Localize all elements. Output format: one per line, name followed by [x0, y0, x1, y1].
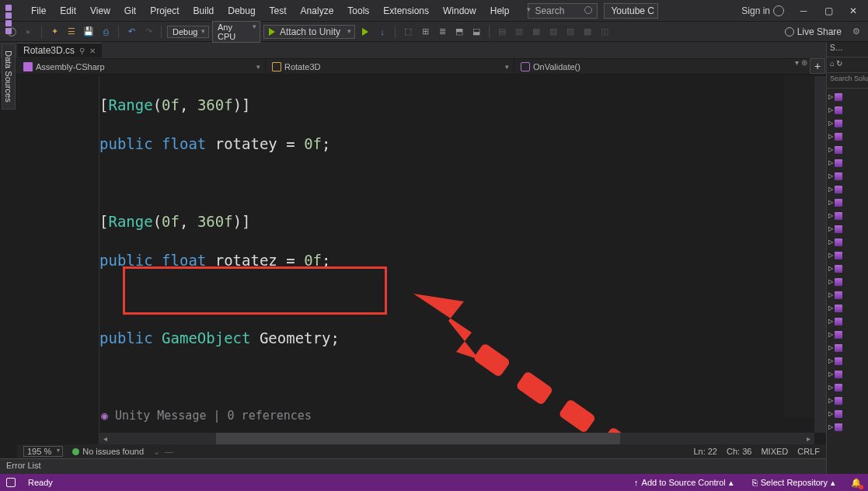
tb-icon-3[interactable]: ≣	[435, 25, 449, 39]
search-box[interactable]: Search	[528, 3, 598, 19]
side-tab-data-sources[interactable]: Data Sources	[2, 44, 16, 110]
menu-edit[interactable]: Edit	[54, 3, 82, 19]
tree-row[interactable]: ▷	[827, 367, 868, 381]
redo-icon[interactable]: ↷	[141, 25, 155, 39]
tb-icon-8[interactable]: ▦	[529, 25, 543, 39]
close-tab-icon[interactable]: ✕	[89, 47, 96, 55]
char-indicator[interactable]: Ch: 36	[727, 447, 751, 456]
open-file-icon[interactable]: ☰	[64, 25, 78, 39]
start-without-debug-icon[interactable]	[358, 25, 372, 39]
tree-row[interactable]: ▷	[827, 275, 868, 288]
tb-icon-1[interactable]: ⬚	[401, 25, 415, 39]
code-editor[interactable]: [Range(0f, 360f)] public float rotatey =…	[17, 76, 826, 444]
youtube-box[interactable]: Youtube C	[604, 3, 658, 19]
nav-method-combo[interactable]: OnValidate()	[514, 59, 868, 74]
lineending-indicator[interactable]: CRLF	[797, 447, 820, 456]
nav-project-combo[interactable]: Assembly-CSharp	[17, 59, 266, 74]
code-area[interactable]: [Range(0f, 360f)] public float rotatey =…	[99, 76, 826, 444]
home-icon[interactable]: ⌂	[830, 59, 835, 71]
solution-tree[interactable]: ▷ ▷ ▷ ▷ ▷ ▷ ▷ ▷ ▷ ▷ ▷ ▷ ▷ ▷ ▷ ▷ ▷ ▷ ▷ ▷ …	[827, 89, 868, 434]
scroll-right-icon[interactable]: ▸	[803, 433, 814, 444]
menu-project[interactable]: Project	[144, 3, 185, 19]
tb-icon-5[interactable]: ⬓	[469, 25, 483, 39]
tree-row[interactable]: ▷	[827, 381, 868, 394]
tree-row[interactable]: ▷	[827, 222, 868, 235]
minimize-button[interactable]: ─	[792, 2, 815, 20]
tree-row[interactable]: ▷	[827, 301, 868, 315]
signin-button[interactable]: Sign in	[735, 5, 790, 16]
tb-icon-9[interactable]: ▧	[546, 25, 560, 39]
tree-row[interactable]: ▷	[827, 196, 868, 209]
new-file-icon[interactable]: ✦	[47, 25, 61, 39]
solution-toolbar[interactable]: ⌂↻	[827, 57, 868, 73]
select-repository-button[interactable]: ⎘ Select Repository ▴	[749, 478, 838, 488]
tree-row[interactable]: ▷	[827, 407, 868, 420]
tree-row[interactable]: ▷	[827, 156, 868, 169]
line-indicator[interactable]: Ln: 22	[693, 447, 717, 456]
tree-row[interactable]: ▷	[827, 249, 868, 262]
nav-fwd-icon[interactable]: ▸	[22, 25, 36, 39]
settings-icon[interactable]: ⚙	[849, 25, 863, 39]
tree-row[interactable]: ▷	[827, 394, 868, 407]
menu-view[interactable]: View	[84, 3, 117, 19]
tb-icon-2[interactable]: ⊞	[418, 25, 432, 39]
tree-row[interactable]: ▷	[827, 235, 868, 249]
save-icon[interactable]: 💾	[82, 25, 96, 39]
nav-back-icon[interactable]: ◯	[5, 25, 19, 39]
menu-debug[interactable]: Debug	[221, 3, 261, 19]
menu-tools[interactable]: Tools	[341, 3, 375, 19]
issues-indicator[interactable]: No issues found	[72, 447, 144, 456]
codelens[interactable]: ◉ Unity Message | 0 references	[99, 406, 826, 426]
nav-class-combo[interactable]: Rotate3D	[266, 59, 514, 74]
attach-button[interactable]: Attach to Unity	[263, 25, 355, 39]
menu-file[interactable]: File	[25, 3, 52, 19]
tree-row[interactable]: ▷	[827, 209, 868, 222]
platform-combo[interactable]: Any CPU	[212, 21, 260, 43]
menu-build[interactable]: Build	[187, 3, 221, 19]
tree-row[interactable]: ▷	[827, 103, 868, 117]
menu-window[interactable]: Window	[437, 3, 483, 19]
sync-icon[interactable]: ↻	[836, 59, 842, 71]
zoom-combo[interactable]: 195 %	[23, 446, 63, 457]
tree-row[interactable]: ▷	[827, 117, 868, 130]
vertical-scrollbar[interactable]	[814, 76, 826, 433]
menu-test[interactable]: Test	[263, 3, 293, 19]
tree-row[interactable]: ▷	[827, 288, 868, 301]
code-preview-minimap[interactable]	[784, 76, 814, 418]
scroll-left-icon[interactable]: ◂	[99, 433, 111, 444]
pin-icon[interactable]: ⚲	[79, 47, 85, 55]
tree-row[interactable]: ▷	[827, 143, 868, 156]
tree-row[interactable]: ▷	[827, 354, 868, 367]
tree-row[interactable]: ▷	[827, 328, 868, 341]
tree-row[interactable]: ▷	[827, 130, 868, 143]
scroll-thumb[interactable]	[216, 433, 620, 444]
liveshare-button[interactable]: Live Share	[780, 26, 846, 37]
menu-extensions[interactable]: Extensions	[377, 3, 435, 19]
tree-row[interactable]: ▷	[827, 341, 868, 354]
solution-search[interactable]: Search Solu	[827, 73, 868, 89]
maximize-button[interactable]: ▢	[817, 2, 840, 20]
tree-row[interactable]: ▷	[827, 420, 868, 434]
source-control-button[interactable]: ↑ Add to Source Control ▴	[631, 478, 737, 488]
indent-indicator[interactable]: MIXED	[761, 447, 788, 456]
tree-row[interactable]: ▷	[827, 262, 868, 275]
tree-row[interactable]: ▷	[827, 90, 868, 103]
tb-icon-11[interactable]: ▩	[580, 25, 594, 39]
file-tab-rotate3d[interactable]: Rotate3D.cs ⚲ ✕	[17, 43, 102, 57]
tree-row[interactable]: ▷	[827, 315, 868, 328]
tb-icon-10[interactable]: ▨	[563, 25, 577, 39]
tb-icon-7[interactable]: ▥	[512, 25, 526, 39]
horizontal-scrollbar[interactable]: ◂ ▸	[99, 433, 814, 444]
undo-icon[interactable]: ↶	[124, 25, 138, 39]
tb-icon-6[interactable]: ▤	[495, 25, 509, 39]
tb-icon-4[interactable]: ⬒	[452, 25, 466, 39]
tree-row[interactable]: ▷	[827, 169, 868, 183]
tree-row[interactable]: ▷	[827, 183, 868, 196]
close-button[interactable]: ✕	[842, 2, 865, 20]
tb-icon-12[interactable]: ◫	[598, 25, 612, 39]
save-all-icon[interactable]: ⎙	[99, 25, 113, 39]
error-list-panel-tab[interactable]: Error List	[0, 458, 868, 474]
solution-explorer[interactable]: S… ⌂↻ Search Solu ▷ ▷ ▷ ▷ ▷ ▷ ▷ ▷ ▷ ▷ ▷ …	[826, 42, 868, 474]
step-icon[interactable]: ↓	[375, 25, 389, 39]
menu-help[interactable]: Help	[484, 3, 516, 19]
